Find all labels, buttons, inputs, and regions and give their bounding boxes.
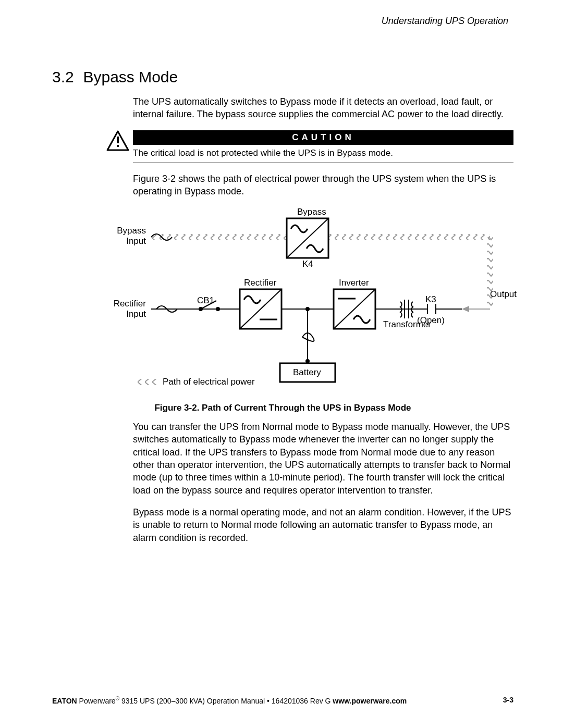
svg-point-12	[216, 307, 220, 311]
svg-point-29	[305, 307, 310, 311]
diagram-label-rectifier: Rectifier	[244, 278, 276, 288]
diagram-label-bypass-input: Bypass Input	[117, 226, 146, 246]
caution-box: CAUTION The critical load is not protect…	[109, 130, 513, 163]
divider	[133, 163, 513, 163]
page-footer: 3-3 EATON Powerware® 9315 UPS (200–300 k…	[0, 696, 563, 705]
bypass-mode-diagram: Bypass K4 Bypass Input Rectifier Input C…	[94, 207, 487, 400]
footer-rest: 9315 UPS (200–300 kVA) Operation Manual …	[119, 697, 333, 705]
footer-product: Powerware	[77, 697, 116, 705]
diagram-label-k4: K4	[302, 259, 313, 269]
caution-label: CAUTION	[133, 130, 513, 145]
section-title: Bypass Mode	[83, 68, 178, 85]
footer-brand: EATON	[52, 697, 77, 705]
registered-icon: ®	[116, 696, 119, 701]
diagram-label-output: Output	[490, 289, 517, 300]
figure-caption: Figure 3-2. Path of Current Through the …	[52, 403, 513, 413]
diagram-label-inverter: Inverter	[339, 278, 369, 288]
footer-url: www.powerware.com	[333, 697, 407, 705]
warning-triangle-icon	[106, 130, 129, 151]
svg-rect-4	[328, 234, 490, 240]
svg-rect-1	[117, 137, 119, 143]
svg-rect-32	[136, 379, 160, 385]
page-number: 3-3	[503, 696, 513, 704]
paragraph: You can transfer the UPS from Normal mod…	[133, 421, 513, 497]
intro-paragraph: The UPS automatically switches to Bypass…	[133, 95, 513, 121]
after-figure-paragraphs: You can transfer the UPS from Normal mod…	[133, 421, 513, 544]
diagram-label-k3: K3	[425, 294, 436, 305]
diagram-label-cb1: CB1	[197, 295, 214, 306]
figure-ref-paragraph: Figure 3-2 shows the path of electrical …	[133, 172, 513, 198]
section-heading: 3.2 Bypass Mode	[52, 68, 513, 86]
diagram-label-battery: Battery	[293, 367, 321, 378]
paragraph: Bypass mode is a normal operating mode, …	[133, 506, 513, 544]
caution-text: The critical load is not protected while…	[133, 148, 513, 158]
manual-page: Understanding UPS Operation 3.2 Bypass M…	[0, 0, 563, 728]
running-head: Understanding UPS Operation	[52, 16, 513, 27]
diagram-legend-text: Path of electrical power	[163, 377, 255, 387]
diagram-label-k3-state: (Open)	[417, 315, 445, 326]
paragraph: Figure 3-2 shows the path of electrical …	[133, 172, 513, 198]
paragraph: The UPS automatically switches to Bypass…	[133, 95, 513, 121]
section-number: 3.2	[52, 68, 81, 86]
svg-marker-6	[462, 306, 469, 312]
diagram-label-bypass: Bypass	[297, 207, 326, 217]
svg-rect-2	[117, 145, 119, 147]
diagram-label-rectifier-input: Rectifier Input	[114, 299, 146, 319]
